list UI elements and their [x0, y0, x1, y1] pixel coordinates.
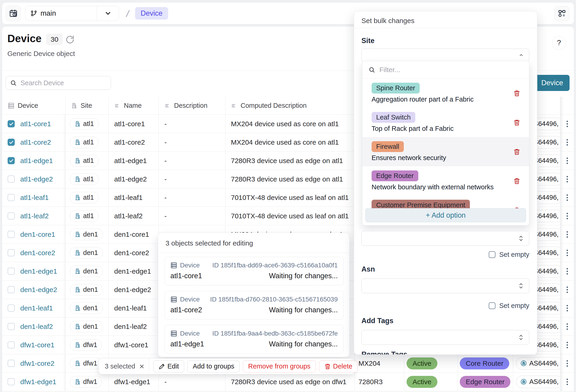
device-link[interactable]: dfw1-edge1: [20, 378, 57, 386]
delete-option-icon[interactable]: [513, 148, 520, 155]
schema-button[interactable]: [555, 6, 569, 21]
column-header-name[interactable]: Name: [109, 97, 159, 115]
refresh-button[interactable]: [65, 34, 75, 45]
row-actions-menu[interactable]: [560, 262, 574, 280]
device-link[interactable]: atl1-leaf2: [20, 212, 49, 220]
building-icon: [75, 213, 81, 219]
computed-cell: 7010TX-48 device used as leaf on atl1: [225, 207, 355, 225]
row-checkbox[interactable]: [8, 286, 15, 293]
column-header-site[interactable]: Site: [66, 97, 109, 115]
row-checkbox[interactable]: [8, 139, 15, 146]
site-option-edge-router[interactable]: Edge RouterNetwork boundary with externa…: [362, 166, 529, 196]
role-cell: Edge Router: [458, 373, 513, 391]
object-status: Waiting for changes...: [269, 306, 338, 314]
row-actions-menu[interactable]: [560, 170, 574, 188]
row-checkbox[interactable]: [8, 212, 15, 219]
delete-option-icon[interactable]: [513, 90, 520, 97]
option-description: Aggregation router part of a Fabric: [372, 95, 508, 103]
device-link[interactable]: den1-core2: [20, 249, 55, 257]
column-header-device[interactable]: Device: [2, 97, 66, 115]
row-checkbox[interactable]: [8, 378, 15, 385]
device-link[interactable]: atl1-edge2: [20, 175, 53, 183]
device-link[interactable]: den1-edge2: [20, 286, 57, 294]
search-device-box[interactable]: [5, 76, 111, 90]
device-link[interactable]: dfw1-core2: [20, 360, 54, 367]
row-actions-menu[interactable]: [560, 188, 574, 207]
row-actions-menu[interactable]: [560, 115, 574, 133]
clear-selection-icon[interactable]: [139, 363, 145, 369]
row-checkbox[interactable]: [8, 341, 15, 348]
row-actions-menu[interactable]: [560, 354, 574, 372]
row-checkbox[interactable]: [8, 323, 15, 330]
divider: [158, 253, 349, 253]
row-actions-menu[interactable]: [560, 207, 574, 225]
device-link[interactable]: den1-leaf2: [20, 323, 53, 331]
row-checkbox[interactable]: [8, 120, 15, 127]
help-button[interactable]: ?: [552, 36, 566, 50]
row-actions-menu[interactable]: [560, 317, 574, 335]
site-cell: atl1: [66, 151, 109, 170]
row-actions-menu[interactable]: [560, 373, 574, 391]
site-option-core-router[interactable]: Core Router: [362, 225, 529, 225]
row-actions-menu[interactable]: [560, 133, 574, 151]
add-option-button[interactable]: + Add option: [365, 208, 526, 222]
row-checkbox[interactable]: [8, 176, 15, 183]
row-checkbox[interactable]: [8, 231, 15, 238]
row-checkbox[interactable]: [8, 249, 15, 256]
row-actions-menu[interactable]: [560, 151, 574, 170]
asn-select[interactable]: [361, 278, 529, 293]
add-tags-select[interactable]: [361, 330, 529, 345]
option-description: Ensures network security: [372, 154, 508, 162]
device-link[interactable]: den1-edge1: [20, 267, 57, 275]
delete-button[interactable]: Delete: [319, 361, 358, 372]
row-checkbox[interactable]: [8, 360, 15, 367]
site-cell: dfw1: [66, 373, 109, 391]
row-actions-menu[interactable]: [560, 280, 574, 299]
selected-object-card: DeviceID 185f1fba-9aa4-bedb-363c-c5185be…: [165, 325, 344, 354]
add-to-groups-button[interactable]: Add to groups: [187, 361, 240, 372]
device-cell: den1-edge1: [2, 262, 66, 280]
branch-dropdown-toggle[interactable]: [97, 6, 119, 21]
site-label: den1: [83, 323, 98, 330]
date-time-picker-button[interactable]: [6, 6, 21, 21]
device-cell: atl1-edge1: [2, 151, 66, 170]
column-header-description[interactable]: Description: [159, 97, 225, 115]
row-actions-menu[interactable]: [560, 299, 574, 317]
row-actions-menu[interactable]: [560, 244, 574, 262]
delete-option-icon[interactable]: [513, 178, 520, 184]
set-empty-checkbox[interactable]: [489, 251, 495, 258]
row-actions-menu[interactable]: [560, 225, 574, 243]
device-link[interactable]: den1-core1: [20, 231, 55, 238]
site-option-firewall[interactable]: FirewallEnsures network security: [362, 137, 529, 166]
site-badge: den1: [70, 284, 103, 296]
row-checkbox[interactable]: [8, 194, 15, 201]
site-badge: den1: [70, 247, 103, 259]
dropdown-filter-row[interactable]: [362, 61, 529, 79]
dropdown-filter-input[interactable]: [379, 66, 523, 74]
row-checkbox[interactable]: [8, 268, 15, 275]
search-input[interactable]: [21, 79, 107, 87]
row-checkbox[interactable]: [8, 157, 15, 164]
row-actions-menu[interactable]: [560, 336, 574, 354]
remove-from-groups-button[interactable]: Remove from groups: [243, 361, 316, 372]
site-option-spine-router[interactable]: Spine RouterAggregation router part of a…: [362, 79, 529, 108]
device-link[interactable]: atl1-edge1: [20, 157, 53, 165]
row-checkbox[interactable]: [8, 304, 15, 312]
hidden-field-select[interactable]: [361, 231, 529, 246]
role-cell: Core Router: [458, 354, 513, 372]
set-empty-checkbox[interactable]: [489, 302, 495, 309]
device-link[interactable]: den1-leaf1: [20, 304, 53, 312]
branch-selector[interactable]: main: [25, 6, 119, 21]
edit-button[interactable]: Edit: [153, 361, 184, 372]
delete-option-icon[interactable]: [513, 119, 520, 126]
site-select[interactable]: [361, 49, 529, 62]
device-link[interactable]: atl1-core1: [20, 120, 51, 128]
column-header-computed-description[interactable]: Computed Description: [225, 97, 355, 115]
device-link[interactable]: atl1-leaf1: [20, 194, 49, 202]
column-header-label: Name: [124, 102, 142, 109]
device-link[interactable]: atl1-core2: [20, 138, 51, 146]
device-link[interactable]: dfw1-core1: [20, 341, 54, 349]
asn-label: AS64496,: [529, 378, 558, 386]
site-option-leaf-switch[interactable]: Leaf SwitchTop of Rack part of a Fabric: [362, 108, 529, 137]
breadcrumb[interactable]: Device: [135, 7, 168, 20]
